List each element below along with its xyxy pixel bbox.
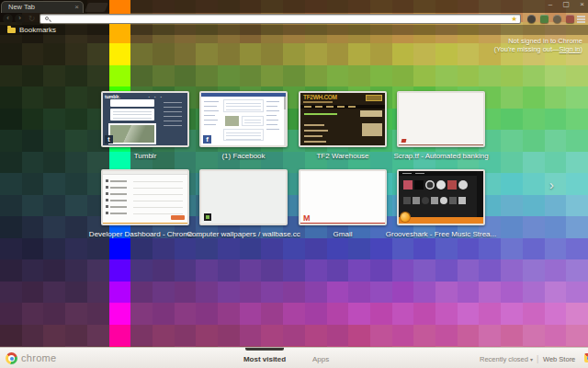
grooveshark-logo-icon xyxy=(401,213,410,222)
gmail-m-icon: M xyxy=(303,213,311,223)
extension-icon-3[interactable] xyxy=(553,15,561,23)
frame-shade xyxy=(130,0,588,13)
folder-icon xyxy=(7,28,16,33)
chrome-brand-text: chrome xyxy=(21,352,56,363)
signin-link[interactable]: Sign in xyxy=(560,45,581,53)
facebook-badge-icon: f xyxy=(203,135,211,144)
footer-separator: | xyxy=(537,354,538,363)
site-thumbnail xyxy=(399,171,483,224)
wallbase-icon xyxy=(204,213,211,221)
scrap-tf-icon xyxy=(401,139,407,143)
browser-window: New Tab × – ▢ × ‹ › ↻ ★ Bookmarks Not si… xyxy=(0,0,588,368)
extension-icon-1[interactable] xyxy=(527,15,536,23)
selected-tab-indicator xyxy=(245,348,284,351)
new-tab-button[interactable] xyxy=(85,3,108,12)
chrome-logo-icon xyxy=(6,352,17,364)
site-thumbnail: M xyxy=(300,171,385,224)
thumbnail-grooveshark[interactable] xyxy=(397,169,485,225)
close-button[interactable]: × xyxy=(580,0,584,8)
tab-most-visited[interactable]: Most visited xyxy=(220,355,309,363)
tab-apps[interactable]: Apps xyxy=(312,355,329,363)
site-thumbnail: f xyxy=(201,93,286,145)
tab-close-icon[interactable]: × xyxy=(74,2,79,13)
thumbnail-tumblr[interactable]: tumblr. • • • t xyxy=(101,91,189,147)
recently-closed-menu[interactable]: Recently closed▾ xyxy=(480,355,533,363)
tile-label: Scrap.tf - Automated banking xyxy=(384,152,498,160)
tile-label: Gmail xyxy=(286,230,400,238)
tile-label: Tumblr xyxy=(88,152,202,160)
extension-icon-2[interactable] xyxy=(540,15,548,23)
site-thumbnail xyxy=(201,171,286,224)
tf2wh-header: TF2WH.COM xyxy=(303,94,337,100)
menu-icon[interactable] xyxy=(577,16,585,24)
web-store-icon xyxy=(584,353,588,362)
caret-down-icon: ▾ xyxy=(530,357,533,362)
site-thumbnail: tumblr. • • • t xyxy=(103,93,187,145)
dashboard-button xyxy=(171,215,185,220)
bookmarks-folder[interactable]: Bookmarks xyxy=(7,26,56,35)
theme-background xyxy=(0,0,588,368)
tab-title: New Tab xyxy=(8,3,35,11)
signin-notice: Not signed in to Chrome (You're missing … xyxy=(494,37,582,53)
window-controls: – ▢ × xyxy=(540,0,584,9)
tile-label: TF2 Warehouse xyxy=(286,152,400,160)
signin-line2: (You're missing out— xyxy=(494,45,560,53)
thumbnail-scrap-tf[interactable] xyxy=(397,91,485,147)
forward-button[interactable]: › xyxy=(15,14,25,24)
web-store-link[interactable]: Web Store xyxy=(543,355,575,363)
thumbnail-tf2-warehouse[interactable]: TF2WH.COM xyxy=(299,91,387,147)
reload-button[interactable]: ↻ xyxy=(27,14,37,24)
tumblr-badge-icon: t xyxy=(105,135,113,144)
minimize-button[interactable]: – xyxy=(548,0,552,8)
bookmarks-bar xyxy=(130,25,588,35)
extension-icon-4[interactable] xyxy=(566,15,574,23)
address-bar[interactable]: ★ xyxy=(40,14,521,24)
site-thumbnail: TF2WH.COM xyxy=(300,93,385,145)
site-thumbnail xyxy=(103,171,187,224)
restore-button[interactable]: ▢ xyxy=(563,0,571,8)
bookmark-star-icon[interactable]: ★ xyxy=(511,15,517,24)
site-thumbnail xyxy=(399,93,483,145)
footer-bar: chrome Most visited Apps Recently closed… xyxy=(0,347,588,368)
thumbnail-wallbase[interactable] xyxy=(199,169,288,225)
thumbnail-facebook[interactable]: f xyxy=(199,91,288,147)
thumbnail-gmail[interactable]: M xyxy=(299,169,387,225)
search-icon xyxy=(45,17,49,20)
bookmarks-label: Bookmarks xyxy=(19,26,56,34)
tab-new-tab[interactable]: New Tab × xyxy=(1,1,84,13)
tile-label: (1) Facebook xyxy=(187,152,300,160)
tile-label: Grooveshark - Free Music Strea... xyxy=(384,230,498,238)
signin-line1: Not signed in to Chrome xyxy=(508,37,582,45)
tile-label: Developer Dashboard - Chrome ... xyxy=(88,230,202,238)
back-button[interactable]: ‹ xyxy=(3,14,13,24)
next-page-chevron[interactable]: › xyxy=(549,177,554,192)
thumbnail-developer-dashboard[interactable] xyxy=(101,169,189,225)
tile-label: Computer wallpapers / wallbase.cc xyxy=(187,230,300,238)
